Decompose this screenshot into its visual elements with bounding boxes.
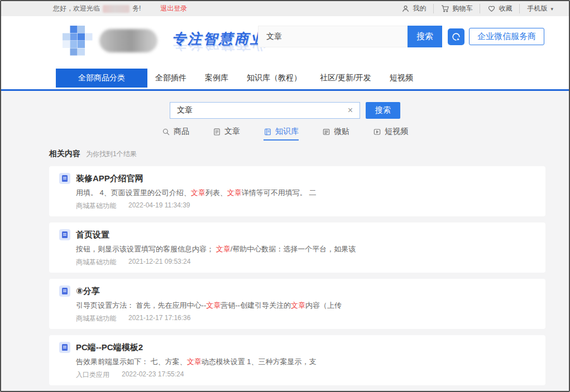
result-head: ⑧分享 xyxy=(59,285,535,297)
wecom-chat-icon xyxy=(448,28,464,45)
result-desc: 告效果前端显示如下： 七、方案、文章动态模块设置 1、三种方案显示，支 xyxy=(76,357,535,366)
logo-slogan-wrap: 专注智慧商业 专注智慧商业 xyxy=(172,26,266,56)
site-header: 专注智慧商业 专注智慧商业 搜索 企业微信服务商 xyxy=(1,16,569,66)
document-icon xyxy=(59,229,70,240)
keyword-highlight: 文章 xyxy=(216,245,231,253)
topbar-link[interactable]: 我的 xyxy=(394,4,433,13)
result-desc: 引导页设置方法： 首先，先在应用中心--文章营销--创建引导关注的文章内容（上传 xyxy=(76,301,535,310)
result-search: × 搜索 xyxy=(1,102,569,119)
result-date: 2022-04-19 11:34:39 xyxy=(128,201,190,211)
censored-username xyxy=(103,5,130,13)
tab-knowledge[interactable]: 知识库 xyxy=(264,127,299,141)
header-search-button[interactable]: 搜索 xyxy=(408,26,442,47)
topbar: 您好，欢迎光临 务! 退出登录 我的购物车收藏手机版▾ xyxy=(1,1,569,16)
topbar-link-label: 手机版 xyxy=(527,4,547,13)
keyword-highlight: 文章 xyxy=(227,188,242,197)
keyword-highlight: 文章 xyxy=(187,357,202,366)
video-icon xyxy=(373,128,381,136)
wecom-service-button[interactable]: 企业微信服务商 xyxy=(448,28,544,45)
result-head: 首页设置 xyxy=(59,229,535,240)
section-subtitle: 为你找到1个结果 xyxy=(86,149,137,159)
document-icon xyxy=(59,342,70,353)
tab-post[interactable]: 微贴 xyxy=(322,127,349,141)
result-category: 商城基础功能 xyxy=(76,201,116,211)
result-category: 入口类应用 xyxy=(76,370,109,380)
result-title[interactable]: 装修APP介绍官网 xyxy=(76,173,143,184)
header-search: 搜索 xyxy=(258,26,442,47)
result-desc: 按钮，则显示该设置填写的客服信息内容； 文章/帮助中心数据：选择一个平台，如果该 xyxy=(76,244,535,254)
result-search-button[interactable]: 搜索 xyxy=(366,102,400,119)
browser-window: 您好，欢迎光临 务! 退出登录 我的购物车收藏手机版▾ 专注智慧商业 专注智慧商… xyxy=(0,0,570,392)
result-card[interactable]: ⑧分享引导页设置方法： 首先，先在应用中心--文章营销--创建引导关注的文章内容… xyxy=(49,279,545,329)
result-meta: 商城基础功能2021-12-21 09:53:24 xyxy=(76,258,535,267)
cart-icon xyxy=(441,4,449,13)
censored-brand-name xyxy=(99,29,157,52)
keyword-highlight: 文章 xyxy=(291,301,305,309)
nav-item[interactable]: 短视频 xyxy=(390,73,413,83)
result-meta: 商城基础功能2022-04-19 11:34:39 xyxy=(76,201,535,211)
user-icon xyxy=(401,4,410,13)
result-card[interactable]: 装修APP介绍官网用填。 4、页面设置里的公司介绍、文章列表、文章详情等可不用填… xyxy=(49,166,545,216)
section-title: 相关内容 xyxy=(49,149,80,159)
result-desc: 用填。 4、页面设置里的公司介绍、文章列表、文章详情等可不用填写。 二 xyxy=(76,188,535,197)
greeting: 您好，欢迎光临 务! 退出登录 xyxy=(53,4,187,13)
result-date: 2021-12-21 09:53:24 xyxy=(128,258,190,267)
topbar-link[interactable]: 手机版▾ xyxy=(519,4,553,13)
header-search-input[interactable] xyxy=(258,26,408,47)
topbar-link[interactable]: 收藏 xyxy=(480,4,519,13)
site-logo[interactable]: 专注智慧商业 专注智慧商业 xyxy=(63,26,266,56)
logout-link[interactable]: 退出登录 xyxy=(160,4,187,13)
result-search-box: × xyxy=(170,102,360,119)
nav-item[interactable]: 知识库（教程） xyxy=(247,73,301,83)
result-title[interactable]: 首页设置 xyxy=(76,230,109,240)
results-list: 装修APP介绍官网用填。 4、页面设置里的公司介绍、文章列表、文章详情等可不用填… xyxy=(49,166,545,391)
result-head: PC端--PC端模板2 xyxy=(59,342,535,353)
greeting-prefix: 您好，欢迎光临 xyxy=(53,4,100,13)
topbar-link-label: 购物车 xyxy=(452,4,472,13)
nav-item[interactable]: 全部插件 xyxy=(155,73,186,83)
search-icon xyxy=(162,128,170,136)
tab-label: 文章 xyxy=(224,127,240,137)
article-icon xyxy=(213,128,221,136)
topbar-links: 我的购物车收藏手机版▾ xyxy=(394,4,553,13)
result-title[interactable]: ⑧分享 xyxy=(76,286,100,297)
tab-video[interactable]: 短视频 xyxy=(373,127,408,141)
result-card[interactable]: 首页设置按钮，则显示该设置填写的客服信息内容； 文章/帮助中心数据：选择一个平台… xyxy=(49,222,545,273)
section-head: 相关内容 为你找到1个结果 xyxy=(49,149,569,159)
nav-item[interactable]: 社区/更新/开发 xyxy=(320,73,371,83)
nav-item[interactable]: 全部商品分类 xyxy=(56,69,147,88)
result-search-input[interactable] xyxy=(176,105,347,115)
content-area: × 搜索 商品文章知识库微贴短视频 相关内容 为你找到1个结果 装修APP介绍官… xyxy=(1,91,569,391)
tab-label: 商品 xyxy=(174,127,189,137)
topbar-link-label: 收藏 xyxy=(499,4,512,13)
greeting-suffix: 务! xyxy=(132,4,141,13)
clear-icon[interactable]: × xyxy=(347,106,354,115)
tab-search[interactable]: 商品 xyxy=(162,127,189,141)
result-title[interactable]: PC端--PC端模板2 xyxy=(76,342,143,353)
document-icon xyxy=(59,285,70,297)
tab-article[interactable]: 文章 xyxy=(213,127,240,141)
post-icon xyxy=(322,128,330,136)
document-icon xyxy=(59,173,70,184)
result-meta: 商城基础功能2021-12-17 17:16:36 xyxy=(76,314,535,323)
topbar-link[interactable]: 购物车 xyxy=(433,4,480,13)
keyword-highlight: 文章 xyxy=(206,301,221,309)
main-nav: 全部商品分类全部插件案例库知识库（教程）社区/更新/开发短视频 xyxy=(1,66,569,91)
result-tabs: 商品文章知识库微贴短视频 xyxy=(1,127,569,141)
result-date: 2021-12-17 17:16:36 xyxy=(128,314,190,323)
nav-item[interactable]: 案例库 xyxy=(205,73,228,83)
tab-label: 微贴 xyxy=(334,127,349,137)
result-card[interactable]: PC端--PC端模板2告效果前端显示如下： 七、方案、文章动态模块设置 1、三种… xyxy=(49,335,545,385)
result-meta: 入口类应用2022-02-23 17:55:24 xyxy=(76,370,535,380)
result-date: 2022-02-23 17:55:24 xyxy=(122,370,184,380)
wecom-label: 企业微信服务商 xyxy=(469,28,544,45)
chevron-down-icon: ▾ xyxy=(550,6,553,12)
topbar-link-label: 我的 xyxy=(413,4,426,13)
logo-slogan-reflection: 专注智慧商业 xyxy=(172,45,266,54)
keyword-highlight: 文章 xyxy=(191,188,205,197)
tab-label: 知识库 xyxy=(275,127,299,137)
result-head: 装修APP介绍官网 xyxy=(59,173,535,184)
heart-icon xyxy=(487,4,496,13)
result-category: 商城基础功能 xyxy=(76,258,116,267)
tab-label: 短视频 xyxy=(385,127,408,137)
